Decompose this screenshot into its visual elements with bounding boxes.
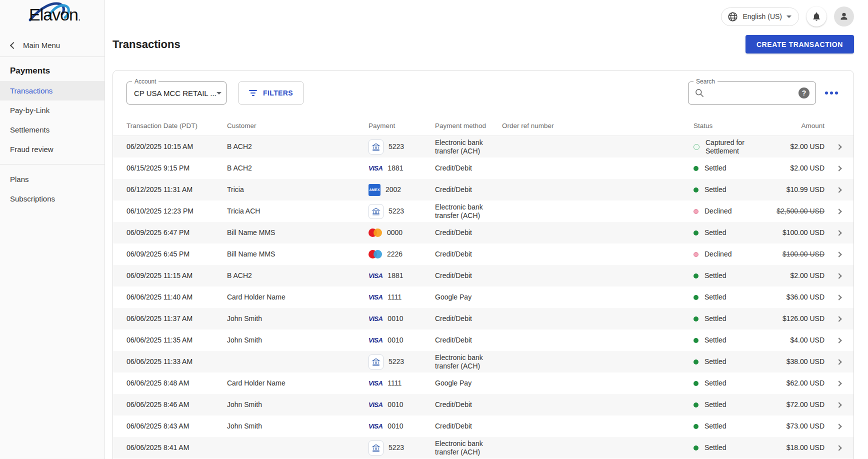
table-body: 06/20/2025 10:15 AMB ACH25223Electronic … <box>113 136 854 458</box>
sidebar-item-transactions[interactable]: Transactions <box>0 81 104 100</box>
col-order-ref: Order ref number <box>502 122 694 130</box>
payment-last4: 0010 <box>388 314 403 323</box>
cell-amount: $4.00 USD <box>774 336 824 344</box>
table-row[interactable]: 06/06/2025 8:46 AMJohn SmithVISA0010Cred… <box>113 394 854 416</box>
page-head: Transactions CREATE TRANSACTION <box>112 35 854 54</box>
row-expand-button[interactable] <box>824 317 854 321</box>
notifications-button[interactable] <box>806 6 826 26</box>
row-expand-button[interactable] <box>824 296 854 300</box>
table-row[interactable]: 06/06/2025 11:35 AMJohn SmithVISA0010Cre… <box>113 330 854 351</box>
row-expand-button[interactable] <box>824 252 854 256</box>
table-row[interactable]: 06/10/2025 12:23 PMTricia ACH5223Electro… <box>113 200 854 222</box>
row-expand-button[interactable] <box>824 382 854 386</box>
chevron-right-icon <box>836 402 842 408</box>
create-transaction-button[interactable]: CREATE TRANSACTION <box>746 35 854 54</box>
sidebar-item-settlements[interactable]: Settlements <box>0 120 104 140</box>
table-row[interactable]: 06/06/2025 8:43 AMJohn SmithVISA0010Cred… <box>113 416 854 437</box>
cell-status: Settled <box>694 272 774 280</box>
table-row[interactable]: 06/12/2025 11:31 AMTriciaAMEX2002Credit/… <box>113 179 854 200</box>
bank-icon <box>368 440 384 456</box>
cell-payment: 5223 <box>368 204 435 219</box>
cell-payment-method: Credit/Debit <box>435 164 502 172</box>
table-row[interactable]: 06/20/2025 10:15 AMB ACH25223Electronic … <box>113 136 854 158</box>
chevron-right-icon <box>836 359 842 364</box>
row-expand-button[interactable] <box>824 403 854 407</box>
user-avatar[interactable] <box>834 6 854 26</box>
status-dot-icon <box>694 274 698 278</box>
status-label: Settled <box>704 422 726 430</box>
cell-transaction-date: 06/06/2025 8:48 AM <box>126 379 227 388</box>
sidebar-item-subscriptions[interactable]: Subscriptions <box>0 189 104 208</box>
row-expand-button[interactable] <box>824 231 854 235</box>
cell-status: Declined <box>694 250 774 258</box>
cell-customer: B ACH2 <box>227 142 368 151</box>
table-row[interactable]: 06/15/2025 9:15 PMB ACH2VISA1881Credit/D… <box>113 158 854 179</box>
sidebar-item-pay-by-link[interactable]: Pay-by-Link <box>0 100 104 120</box>
table-row[interactable]: 06/06/2025 8:48 AMCard Holder NameVISA11… <box>113 372 854 394</box>
cell-customer: B ACH2 <box>227 272 368 280</box>
cell-payment: VISA0010 <box>368 336 435 344</box>
payment-last4: 0010 <box>388 336 403 344</box>
table-row[interactable]: 06/09/2025 6:47 PMBill Name MMS0000Credi… <box>113 222 854 244</box>
row-expand-button[interactable] <box>824 188 854 192</box>
cell-transaction-date: 06/09/2025 6:45 PM <box>126 250 227 258</box>
row-expand-button[interactable] <box>824 166 854 170</box>
row-expand-button[interactable] <box>824 145 854 149</box>
row-expand-button[interactable] <box>824 424 854 428</box>
search-input[interactable] <box>710 88 794 98</box>
cell-payment-method: Credit/Debit <box>435 422 502 430</box>
row-expand-button[interactable] <box>824 360 854 364</box>
cell-amount: $2.00 USD <box>774 272 824 280</box>
status-dot-icon <box>694 446 698 450</box>
cell-payment: VISA0010 <box>368 314 435 323</box>
sidebar-divider <box>0 164 104 164</box>
visa-icon: VISA <box>368 336 382 344</box>
status-label: Settled <box>704 358 726 366</box>
table-row[interactable]: 06/06/2025 8:41 AM5223Electronic bank tr… <box>113 437 854 458</box>
table-row[interactable]: 06/06/2025 11:40 AMCard Holder NameVISA1… <box>113 286 854 308</box>
table-row[interactable]: 06/06/2025 11:37 AMJohn SmithVISA0010Cre… <box>113 308 854 330</box>
payment-last4: 5223 <box>388 142 404 151</box>
table-row[interactable]: 06/09/2025 6:45 PMBill Name MMS2226Credi… <box>113 244 854 265</box>
cell-customer: Tricia ACH <box>227 207 368 216</box>
row-expand-button[interactable] <box>824 274 854 278</box>
help-icon[interactable]: ? <box>798 88 810 98</box>
filters-button[interactable]: FILTERS <box>238 82 304 104</box>
cell-payment-method: Electronic bank transfer (ACH) <box>435 138 502 156</box>
status-label: Declined <box>704 250 732 258</box>
payment-last4: 2226 <box>387 250 402 258</box>
row-expand-button[interactable] <box>824 338 854 342</box>
account-label: Account <box>132 78 158 85</box>
sidebar-item-plans[interactable]: Plans <box>0 170 104 189</box>
filter-row: Account CP USA MCC RETAIL ... FILTERS Se… <box>113 70 854 104</box>
status-dot-icon <box>694 381 698 386</box>
table-header: Transaction Date (PDT) Customer Payment … <box>113 116 854 136</box>
chevron-right-icon <box>836 273 842 278</box>
row-expand-button[interactable] <box>824 446 854 450</box>
payment-last4: 0010 <box>388 400 403 409</box>
chevron-right-icon <box>836 294 842 300</box>
bank-icon <box>368 354 384 370</box>
cell-payment: AMEX2002 <box>368 184 435 196</box>
cell-payment-method: Credit/Debit <box>435 400 502 409</box>
status-label: Captured for Settlement <box>706 138 760 156</box>
cell-payment-method: Credit/Debit <box>435 186 502 194</box>
table-row[interactable]: 06/09/2025 11:15 AMB ACH2VISA1881Credit/… <box>113 265 854 286</box>
cell-transaction-date: 06/06/2025 8:46 AM <box>126 400 227 409</box>
search-box[interactable]: Search ? <box>688 82 816 104</box>
payment-last4: 0010 <box>388 422 403 430</box>
table-row[interactable]: 06/06/2025 11:33 AM5223Electronic bank t… <box>113 351 854 372</box>
sidebar-nav: TransactionsPay-by-LinkSettlementsFraud … <box>0 81 104 208</box>
row-expand-button[interactable] <box>824 210 854 214</box>
topbar-controls: English (US) <box>721 6 854 26</box>
cell-customer: B ACH2 <box>227 164 368 172</box>
main-menu-back[interactable]: Main Menu <box>0 36 104 56</box>
account-select[interactable]: Account CP USA MCC RETAIL ... <box>126 82 226 104</box>
cell-status: Settled <box>694 422 774 430</box>
sidebar: Elavon. Main Menu Payments TransactionsP… <box>0 0 105 459</box>
language-selector[interactable]: English (US) <box>721 8 799 26</box>
more-options-button[interactable] <box>825 92 838 94</box>
cell-status: Settled <box>694 228 774 237</box>
status-dot-icon <box>694 424 698 429</box>
sidebar-item-fraud-review[interactable]: Fraud review <box>0 140 104 159</box>
